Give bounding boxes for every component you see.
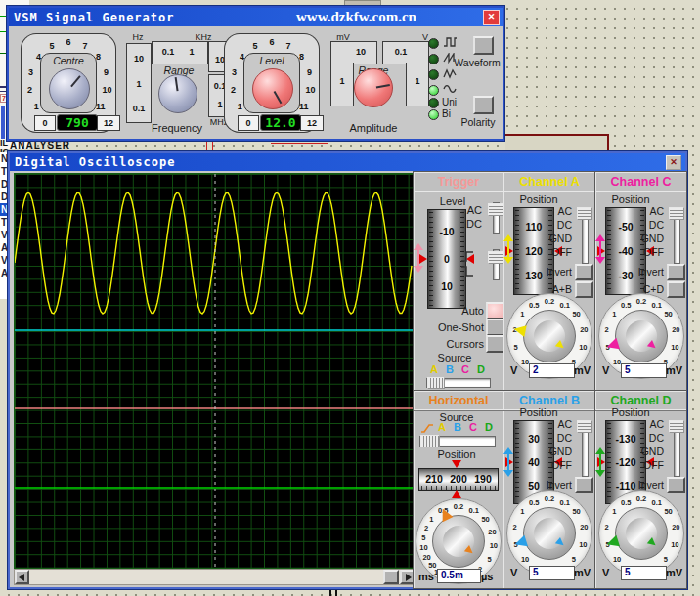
coupling-label-dc: DC	[621, 432, 664, 444]
source-letter-A: A	[435, 421, 449, 433]
invert-label: Invert	[521, 266, 572, 277]
centre-knob[interactable]	[49, 68, 90, 109]
channel-A-title: Channel A	[503, 172, 595, 192]
hz-scale-plate: 10 1 0.1	[126, 43, 152, 123]
coupling-label-gnd: GND	[529, 233, 572, 244]
invert-button[interactable]	[667, 264, 685, 280]
knob-scale-number: 10	[516, 555, 534, 564]
scroll-thumb[interactable]	[383, 570, 399, 584]
position-label: Position	[603, 193, 658, 205]
ramp-wave-icon	[443, 53, 458, 64]
frequency-range-knob[interactable]	[158, 74, 197, 113]
trigger-edge-slider-handle[interactable]	[488, 251, 503, 264]
channel-A-trace	[15, 192, 412, 314]
falling-edge-icon	[460, 265, 475, 277]
sine-wave-icon	[443, 84, 458, 95]
scroll-left-icon[interactable]	[15, 570, 29, 584]
channel-C-position-arrow[interactable]	[595, 234, 607, 264]
edge-source-icon	[420, 422, 435, 434]
channel-A-value-box[interactable]: 2	[529, 363, 575, 378]
level-knob[interactable]	[252, 68, 293, 109]
oscilloscope-titlebar: Digital Oscilloscope ✕	[10, 153, 685, 171]
horizontal-value-box[interactable]: 0.5m	[437, 569, 481, 583]
position-label: Position	[511, 193, 566, 205]
coupling-label-dc: DC	[529, 219, 572, 231]
knob-scale-number: 0.1	[556, 301, 574, 310]
trigger-title: Trigger	[414, 172, 503, 192]
position-marker-bottom	[452, 490, 461, 498]
volts-unit-label: V	[510, 364, 517, 376]
close-icon[interactable]: ✕	[483, 10, 500, 25]
coupling-slider-handle[interactable]	[669, 207, 684, 220]
square-wave-led	[428, 38, 439, 49]
coupling-label-ac: AC	[621, 418, 664, 430]
channel-D-position-arrow[interactable]	[595, 447, 607, 477]
knob-scale-number: 10	[416, 543, 433, 552]
dial-scale-number: 9	[300, 67, 320, 77]
dial-scale-number: 2	[21, 85, 40, 95]
coupling-label-gnd: GND	[621, 446, 664, 457]
oscilloscope-screen	[14, 173, 414, 569]
knob-scale-number: 10	[485, 541, 503, 550]
dial-scale-number: 1	[230, 102, 249, 111]
polarity-button[interactable]	[473, 96, 494, 114]
polarity-button-label: Polarity	[454, 116, 503, 128]
channel-D-value-box[interactable]: 5	[621, 566, 667, 580]
knob-scale-number: 50	[477, 515, 495, 524]
window-title: VSM Signal Generator	[14, 11, 175, 24]
source-letter-B: B	[451, 421, 464, 433]
coupling-label-dc: DC	[529, 432, 572, 444]
trigger-dc-label: DC	[453, 218, 482, 230]
coupling-slider-handle[interactable]	[577, 207, 592, 220]
trigger-source-label: Source	[425, 352, 484, 363]
knob-scale-number: 5	[565, 555, 583, 564]
dial-scale-number: 2	[224, 85, 243, 95]
position-label: Position	[603, 406, 658, 418]
millivolts-unit-label: mV	[574, 567, 591, 578]
coupling-slider-handle[interactable]	[669, 420, 684, 433]
centre-label: Centre	[39, 55, 98, 66]
channel-B-position-arrow[interactable]	[503, 447, 515, 477]
knob-scale-number: 5	[481, 555, 499, 564]
horizontal-position-scale[interactable]: 210 200 190	[418, 468, 499, 491]
close-icon[interactable]: ✕	[666, 155, 681, 170]
ms-unit-label: ms	[418, 571, 434, 582]
channel-C-value-box[interactable]: 5	[621, 363, 667, 378]
trigger-level-arrow[interactable]	[414, 243, 425, 273]
triangle-wave-icon	[443, 68, 458, 79]
level-dial: 1234567891011 Level 0 12.0 12	[224, 33, 320, 133]
trigger-coupling-slider-handle[interactable]	[488, 203, 503, 216]
trigger-source-slider-handle[interactable]	[427, 377, 445, 389]
horizontal-source-slider-handle[interactable]	[420, 435, 440, 447]
channel-A-position-arrow[interactable]	[503, 234, 515, 264]
invert-label: Invert	[521, 479, 572, 490]
dial-scale-number: 3	[224, 67, 243, 77]
schematic-wire	[206, 141, 213, 151]
coupling-slider-handle[interactable]	[577, 420, 592, 433]
channel-B-volts-knob[interactable]: 0.50.20.1125102050201052	[506, 490, 592, 576]
source-letter-A: A	[427, 363, 441, 375]
source-letter-C: C	[459, 363, 472, 375]
position-label: Position	[511, 406, 566, 418]
coupling-label-ac: AC	[621, 205, 664, 217]
knob-scale-number: 50	[568, 507, 586, 516]
channel-D-volts-knob[interactable]: 0.50.20.1125102050201052	[598, 490, 684, 576]
centre-readout: 790	[57, 114, 98, 131]
amp-left-plate-top: 10	[330, 41, 377, 64]
knob-scale-number: 5	[415, 533, 432, 542]
waveform-button[interactable]	[473, 36, 494, 55]
dial-scale-number: 9	[97, 67, 116, 77]
trigger-ac-label: AC	[453, 204, 482, 216]
centre-min: 0	[34, 115, 56, 131]
knob-scale-number: 20	[483, 528, 501, 536]
ramp-wave-led	[428, 54, 439, 64]
millivolts-unit-label: mV	[666, 364, 682, 376]
triangle-wave-led	[428, 69, 439, 80]
amplitude-range-knob[interactable]	[354, 68, 393, 107]
screen-scrollbar[interactable]	[14, 569, 416, 585]
position-marker-top	[452, 460, 461, 468]
invert-button[interactable]	[575, 264, 593, 280]
knob-scale-number: 2	[598, 523, 616, 532]
channel-C-title: Channel C	[595, 172, 686, 192]
channel-B-value-box[interactable]: 5	[529, 566, 575, 580]
